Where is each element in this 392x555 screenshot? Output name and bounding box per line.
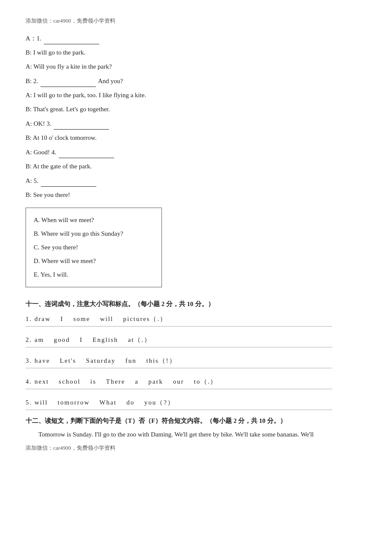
and-you: And you? bbox=[98, 78, 123, 84]
sentence-4-text: 4. next school is There a park our to（.） bbox=[26, 375, 366, 388]
choice-b: B. Where will you go this Sunday? bbox=[34, 228, 154, 240]
choice-d: D. Where will we meet? bbox=[34, 255, 154, 267]
sentence-2-text: 2. am good I English at（.） bbox=[26, 333, 366, 346]
dialog-line-6: B: That's great. Let's go together. bbox=[26, 104, 366, 115]
sentence-3-text: 3. have Let's Saturday fun this（!） bbox=[26, 354, 366, 367]
speaker-b3: B: That's great. Let's go together. bbox=[26, 106, 110, 113]
dialog-section: A：1. B: I will go to the park. A: Will y… bbox=[26, 32, 366, 201]
dialog-line-10: B: At the gate of the park. bbox=[26, 161, 366, 172]
sentence-3: 3. have Let's Saturday fun this（!） bbox=[26, 354, 366, 368]
blank-3 bbox=[54, 118, 109, 130]
speaker-a1: A：1. bbox=[26, 35, 41, 42]
answer-line-4 bbox=[26, 389, 332, 389]
dialog-line-8: B: At 10 o' clock tomorrow. bbox=[26, 132, 366, 144]
speaker-b1: B: I will go to the park. bbox=[26, 49, 85, 56]
choice-a: A. When will we meet? bbox=[34, 214, 154, 226]
dialog-line-5: A: I will go to the park, too. I like fl… bbox=[26, 90, 366, 101]
speaker-a3: A: I will go to the park, too. I like fl… bbox=[26, 92, 146, 98]
speaker-b5: B: At the gate of the park. bbox=[26, 163, 92, 170]
section12-title: 十二、读短文，判断下面的句子是（T）否（F）符合短文内容。（每小题 2 分，共 … bbox=[26, 417, 366, 425]
dialog-line-2: B: I will go to the park. bbox=[26, 47, 366, 58]
reading-section: 十二、读短文，判断下面的句子是（T）否（F）符合短文内容。（每小题 2 分，共 … bbox=[26, 417, 366, 441]
blank-1 bbox=[44, 32, 99, 44]
reading-text: Tomorrow is Sunday. I'll go to the zoo w… bbox=[26, 428, 366, 441]
choice-e: E. Yes, I will. bbox=[34, 269, 154, 280]
speaker-a2: A: Will you fly a kite in the park? bbox=[26, 63, 112, 70]
choice-c: C. See you there! bbox=[34, 242, 154, 253]
sentence-4: 4. next school is There a park our to（.） bbox=[26, 375, 366, 389]
dialog-line-7: A: OK! 3. bbox=[26, 118, 366, 130]
dialog-line-3: A: Will you fly a kite in the park? bbox=[26, 61, 366, 72]
section11-title: 十一、连词成句，注意大小写和标点。（每小题 2 分，共 10 分。） bbox=[26, 300, 366, 308]
dialog-line-12: B: See you there! bbox=[26, 189, 366, 201]
blank-4 bbox=[59, 146, 114, 158]
answer-line-1 bbox=[26, 326, 332, 327]
speaker-a4: A: OK! 3. bbox=[26, 120, 51, 127]
sentence-5-text: 5. will tomorrow What do you（?） bbox=[26, 396, 366, 409]
choice-box: A. When will we meet? B. Where will you … bbox=[26, 208, 162, 287]
dialog-line-11: A: 5. bbox=[26, 175, 366, 187]
watermark-top: 添加微信：car4900，免费领小学资料 bbox=[26, 17, 366, 25]
blank-2 bbox=[40, 75, 96, 87]
sentence-5: 5. will tomorrow What do you（?） bbox=[26, 396, 366, 410]
speaker-b4: B: At 10 o' clock tomorrow. bbox=[26, 134, 97, 141]
speaker-a6: A: 5. bbox=[26, 177, 38, 184]
answer-line-5 bbox=[26, 410, 332, 410]
dialog-line-4: B: 2. And you? bbox=[26, 75, 366, 87]
sentence-2: 2. am good I English at（.） bbox=[26, 333, 366, 347]
dialog-line-1: A：1. bbox=[26, 32, 366, 44]
answer-line-2 bbox=[26, 347, 332, 347]
speaker-a5: A: Good! 4. bbox=[26, 149, 56, 156]
sentence-1-text: 1. draw I some will pictures（.） bbox=[26, 312, 366, 325]
blank-5 bbox=[41, 175, 96, 187]
sentence-1: 1. draw I some will pictures（.） bbox=[26, 312, 366, 327]
answer-line-3 bbox=[26, 368, 332, 368]
speaker-b6: B: See you there! bbox=[26, 191, 70, 198]
watermark-bottom: 添加微信：car4900，免费领小学资料 bbox=[26, 444, 366, 452]
dialog-line-9: A: Good! 4. bbox=[26, 146, 366, 158]
speaker-b2: B: 2. bbox=[26, 78, 38, 84]
